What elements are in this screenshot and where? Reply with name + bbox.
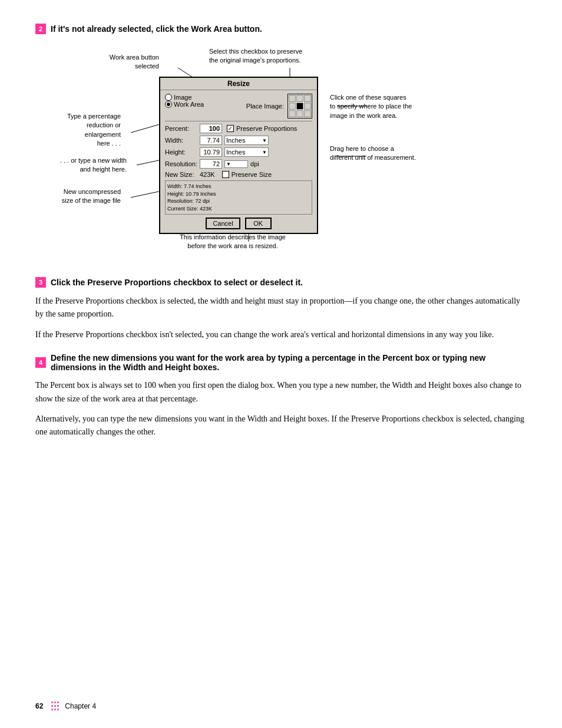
dialog-title: Resize	[227, 80, 250, 88]
step4-marker: 4	[35, 357, 46, 368]
divider1	[165, 121, 312, 121]
new-size-value: 423K	[200, 171, 215, 178]
new-size-row: New Size: 423K Preserve Size	[165, 171, 312, 178]
dot	[54, 705, 56, 707]
grid-cell-tr[interactable]	[304, 95, 311, 102]
step2-marker: 2	[35, 24, 46, 34]
dot	[54, 709, 56, 710]
grid-cell-br[interactable]	[304, 110, 311, 117]
width-units-select[interactable]: Inches ▼	[224, 136, 269, 145]
radio-work-area-label: Work Area	[174, 101, 204, 108]
preserve-checkbox[interactable]	[227, 125, 234, 132]
step2-section: 2 If it's not already selected, click th…	[35, 24, 527, 259]
dot-row-3	[51, 709, 59, 710]
height-units-select[interactable]: Inches ▼	[224, 147, 269, 157]
step4-title: Define the new dimensions you want for t…	[51, 353, 527, 372]
resolution-unit-select[interactable]: ▼	[224, 160, 248, 168]
height-row: Height: 10.79 Inches ▼	[165, 147, 312, 157]
grid-cell-bl[interactable]	[289, 110, 296, 117]
radio-group: Image Work Area	[165, 94, 204, 108]
step4-para2: Alternatively, you can type the new dime…	[35, 413, 527, 439]
step4-para1: The Percent box is always set to 100 whe…	[35, 379, 527, 406]
preserve-size-row: Preserve Size	[222, 171, 272, 178]
annotation-info-description: This information describes the image bef…	[165, 233, 300, 251]
resolution-unit-label: dpi	[250, 160, 259, 167]
step2-header: 2 If it's not already selected, click th…	[35, 24, 527, 34]
place-image-label: Place Image:	[246, 103, 284, 110]
page-footer: 62 Chapter 4	[35, 701, 96, 710]
resolution-label: Resolution:	[165, 160, 197, 167]
width-label: Width:	[165, 137, 197, 144]
ok-button[interactable]: OK	[245, 218, 272, 229]
step3-section: 3 Click the Preserve Proportions checkbo…	[35, 277, 527, 341]
height-input[interactable]: 10.79	[200, 147, 222, 157]
step4-header: 4 Define the new dimensions you want for…	[35, 353, 527, 372]
step3-header: 3 Click the Preserve Proportions checkbo…	[35, 277, 527, 288]
grid-cell-mr[interactable]	[304, 103, 311, 110]
dot	[57, 701, 59, 703]
annotation-work-area: Work area button selected	[88, 53, 159, 71]
radio-work-area[interactable]: Work Area	[165, 101, 204, 108]
grid-cell-tl[interactable]	[289, 95, 296, 102]
step4-section: 4 Define the new dimensions you want for…	[35, 353, 527, 439]
percent-label: Percent:	[165, 125, 197, 132]
height-label: Height:	[165, 149, 197, 156]
step3-para2: If the Preserve Proportions checkbox isn…	[35, 328, 527, 341]
width-row: Width: 7.74 Inches ▼	[165, 136, 312, 145]
dot-row-1	[51, 701, 59, 703]
dot	[51, 701, 53, 703]
info-height: Height: 10.79 Inches	[167, 190, 310, 198]
annotation-drag-unit: Drag here to choose a different unit of …	[330, 144, 448, 163]
preserve-checkbox-row: Preserve Proportions	[227, 125, 297, 132]
annotation-type-percentage: Type a percentage reduction or enlargeme…	[56, 112, 121, 149]
chapter-label: Chapter 4	[65, 702, 96, 710]
grid-cell-ml[interactable]	[289, 103, 296, 110]
dialog-titlebar: Resize	[160, 78, 317, 90]
page-container: 2 If it's not already selected, click th…	[0, 0, 562, 728]
dialog-body: Image Work Area Place Image:	[160, 90, 317, 233]
info-width: Width: 7.74 Inches	[167, 183, 310, 190]
button-row: Cancel OK	[165, 218, 312, 229]
radio-work-area-circle[interactable]	[165, 101, 172, 108]
annotation-type-width-height: . . . or type a new width and height her…	[56, 156, 127, 174]
step2-title: If it's not already selected, click the …	[51, 24, 262, 34]
step3-para1: If the Preserve Proportions checkbox is …	[35, 295, 527, 321]
info-resolution: Resolution: 72 dpi	[167, 197, 310, 205]
height-units-arrow: ▼	[262, 150, 267, 155]
info-block: Width: 7.74 Inches Height: 10.79 Inches …	[165, 180, 312, 215]
place-image-grid[interactable]	[287, 94, 312, 118]
radio-image[interactable]: Image	[165, 94, 204, 101]
step2-diagram: Work area button selected Select this ch…	[53, 41, 527, 259]
percent-input[interactable]: 100	[200, 124, 222, 133]
dot	[54, 701, 56, 703]
dot	[57, 709, 59, 710]
page-number: 62	[35, 702, 43, 710]
preserve-size-checkbox[interactable]	[222, 171, 229, 178]
grid-cell-mc[interactable]	[296, 103, 303, 110]
cancel-button[interactable]: Cancel	[206, 218, 240, 229]
annotation-new-uncompressed: New uncompressed size of the image file	[56, 187, 121, 206]
info-current: Current Size: 423K	[167, 205, 310, 213]
resolution-arrow: ▼	[226, 162, 231, 167]
width-input[interactable]: 7.74	[200, 136, 222, 145]
dot	[51, 709, 53, 710]
resize-dialog: Resize Image Work Area	[159, 77, 318, 234]
step3-marker: 3	[35, 277, 46, 288]
preserve-label: Preserve Proportions	[236, 125, 297, 132]
width-units-arrow: ▼	[262, 138, 267, 143]
resolution-row: Resolution: 72 ▼ dpi	[165, 159, 312, 169]
step3-title: Click the Preserve Proportions checkbox …	[51, 278, 303, 287]
grid-cell-tc[interactable]	[296, 95, 303, 102]
place-image-section: Place Image:	[246, 94, 312, 118]
percent-row: Percent: 100 Preserve Proportions	[165, 124, 312, 133]
grid-cell-bc[interactable]	[296, 110, 303, 117]
dots-decoration	[51, 701, 59, 710]
dot	[51, 705, 53, 707]
radio-image-label: Image	[174, 94, 192, 101]
radio-image-circle[interactable]	[165, 94, 172, 101]
annotation-click-squares: Click one of these squares to specify wh…	[330, 93, 448, 120]
preserve-size-label: Preserve Size	[232, 171, 272, 178]
annotation-preserve-checkbox: Select this checkbox to preserve the ori…	[209, 47, 327, 65]
resolution-input[interactable]: 72	[200, 159, 222, 169]
new-size-label: New Size:	[165, 171, 197, 178]
